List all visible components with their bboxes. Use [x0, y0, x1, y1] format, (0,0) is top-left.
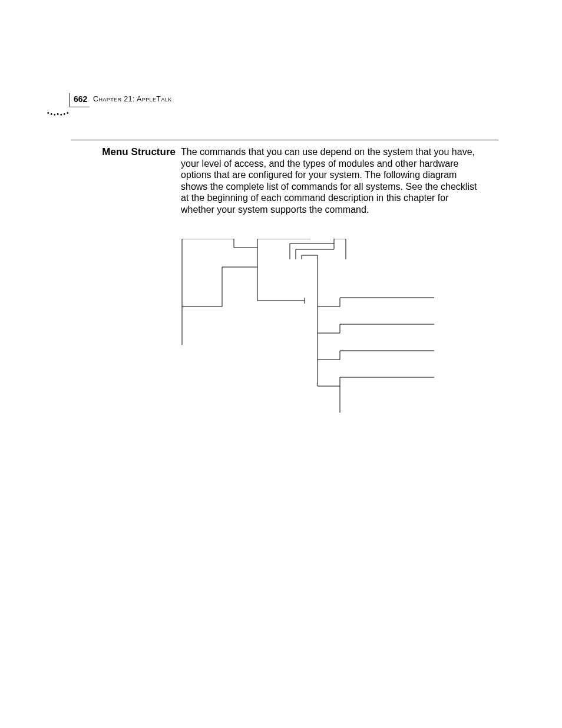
section-rule: [71, 140, 498, 140]
topic-mid: PPLE: [142, 95, 157, 103]
chapter-label: CHAPTER 21: APPLETALK: [93, 95, 172, 103]
ornament-dots-icon: •••••••: [47, 110, 70, 116]
topic-end: ALK: [161, 95, 171, 103]
section-heading: Menu Structure: [61, 146, 176, 158]
page-number: 662: [70, 93, 90, 107]
chapter-number: 21:: [121, 95, 137, 103]
page: 662 CHAPTER 21: APPLETALK ••••••• Menu S…: [0, 0, 562, 728]
menu-structure-diagram: [181, 239, 458, 416]
diagram-svg: [181, 239, 458, 416]
chapter-word: HAPTER: [98, 95, 121, 103]
topic-initial: A: [137, 95, 142, 103]
body-paragraph: The commands that you can use depend on …: [181, 146, 481, 215]
